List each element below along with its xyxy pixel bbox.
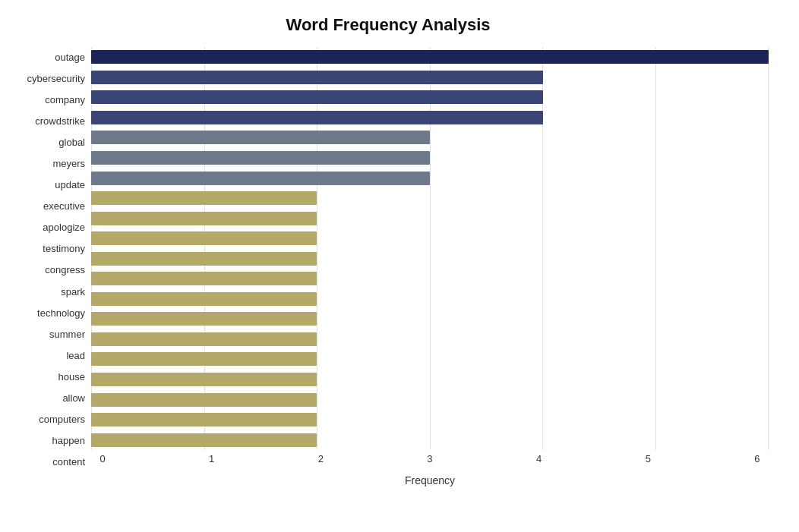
bar-row-spark	[91, 270, 769, 287]
x-tick-6: 6	[746, 453, 769, 464]
bar-technology	[91, 292, 317, 306]
bar-row-summer	[91, 310, 769, 327]
bar-summer	[91, 312, 317, 326]
bar-row-apologize	[91, 210, 769, 227]
y-label-spark: spark	[61, 282, 85, 302]
bar-global	[91, 131, 430, 144]
y-label-global: global	[58, 133, 85, 153]
y-axis: outagecybersecuritycompanycrowdstrikeglo…	[8, 47, 91, 473]
bars-wrapper	[91, 47, 769, 450]
bar-cybersecurity	[91, 71, 543, 84]
y-label-executive: executive	[43, 197, 85, 216]
bar-row-update	[91, 170, 769, 187]
bar-row-computers	[91, 392, 769, 408]
chart-title: Word Frequency Analysis	[8, 15, 769, 35]
bar-row-cybersecurity	[91, 69, 769, 86]
y-label-testimony: testimony	[43, 239, 85, 259]
bar-row-technology	[91, 291, 769, 307]
x-tick-4: 4	[528, 453, 551, 464]
x-tick-3: 3	[418, 453, 441, 464]
y-label-house: house	[58, 367, 85, 387]
bar-content	[91, 433, 317, 447]
x-tick-5: 5	[636, 453, 659, 464]
x-tick-2: 2	[309, 453, 332, 464]
bar-row-testimony	[91, 230, 769, 247]
x-tick-1: 1	[201, 453, 223, 464]
y-label-congress: congress	[45, 260, 85, 280]
y-label-happen: happen	[52, 431, 85, 451]
bar-row-global	[91, 129, 769, 146]
chart-container: Word Frequency Analysis outagecybersecur…	[0, 0, 799, 532]
y-label-crowdstrike: crowdstrike	[35, 112, 85, 131]
y-label-cybersecurity: cybersecurity	[27, 69, 85, 89]
bar-row-congress	[91, 250, 769, 267]
x-tick-0: 0	[91, 453, 114, 464]
bar-computers	[91, 393, 317, 407]
y-label-apologize: apologize	[43, 218, 85, 238]
bar-spark	[91, 272, 317, 285]
y-label-allow: allow	[62, 389, 85, 408]
y-label-technology: technology	[37, 304, 85, 323]
bar-row-outage	[91, 49, 769, 65]
bar-crowdstrike	[91, 111, 543, 124]
bar-row-company	[91, 89, 769, 105]
bar-apologize	[91, 212, 317, 225]
bar-testimony	[91, 231, 317, 245]
bar-house	[91, 352, 317, 366]
bar-congress	[91, 252, 317, 266]
x-axis-label: Frequency	[91, 474, 769, 486]
y-label-computers: computers	[39, 410, 85, 430]
y-label-meyers: meyers	[52, 154, 85, 174]
bar-row-house	[91, 351, 769, 367]
y-label-company: company	[45, 90, 85, 110]
y-label-content: content	[52, 452, 85, 472]
bar-row-crowdstrike	[91, 109, 769, 126]
bar-row-allow	[91, 371, 769, 388]
bar-row-happen	[91, 411, 769, 428]
bar-lead	[91, 332, 317, 346]
y-label-outage: outage	[55, 48, 85, 68]
y-label-lead: lead	[66, 346, 85, 366]
bar-allow	[91, 373, 317, 386]
bar-outage	[91, 50, 769, 64]
bar-meyers	[91, 151, 430, 165]
bar-update	[91, 172, 430, 185]
bar-happen	[91, 413, 317, 427]
bar-row-content	[91, 432, 769, 449]
bar-row-meyers	[91, 150, 769, 166]
bar-company	[91, 90, 543, 104]
bar-row-executive	[91, 190, 769, 206]
x-axis: 0123456	[91, 450, 769, 473]
y-label-summer: summer	[49, 325, 85, 345]
bar-row-lead	[91, 331, 769, 348]
y-label-update: update	[55, 175, 85, 195]
bar-executive	[91, 191, 317, 205]
